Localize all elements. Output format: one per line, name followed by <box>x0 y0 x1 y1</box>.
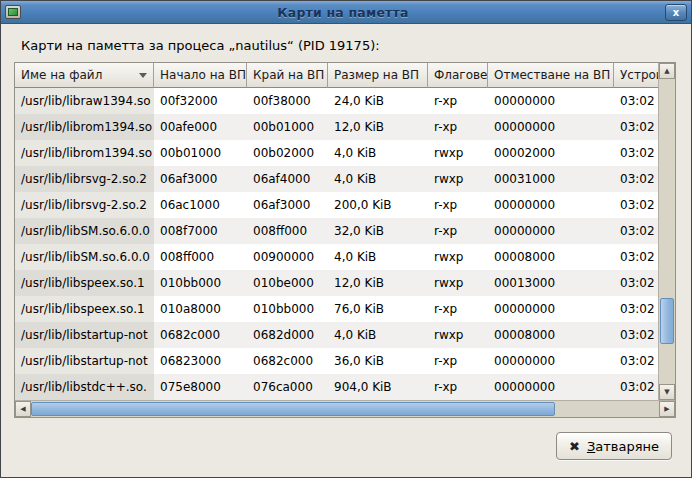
table-cell: r-xp <box>428 218 488 244</box>
scroll-up-icon[interactable]: ▲ <box>659 63 675 79</box>
table-cell: r-xp <box>428 88 488 114</box>
table-cell: /usr/lib/librsvg-2.so.2 <box>15 192 154 218</box>
table-cell: 36,0 KiB <box>328 348 428 374</box>
table-cell: /usr/lib/libstartup-not <box>15 322 154 348</box>
table-cell: rwxp <box>428 244 488 270</box>
table-cell: 0682c000 <box>247 348 328 374</box>
table-cell: 008ff000 <box>154 244 247 270</box>
table-cell: 24,0 KiB <box>328 88 428 114</box>
column-header[interactable]: Име на файл <box>15 63 154 88</box>
table-cell: 06823000 <box>154 348 247 374</box>
column-header-label: Край на ВП <box>253 68 324 82</box>
table-cell: 008ff000 <box>247 218 328 244</box>
table-cell: /usr/lib/libspeex.so.1 <box>15 296 154 322</box>
table-cell: 00000000 <box>488 114 614 140</box>
table-cell: r-xp <box>428 374 488 400</box>
table-cell: 00f32000 <box>154 88 247 114</box>
table-cell: 03:02 <box>614 218 658 244</box>
table-cell: 00000000 <box>488 88 614 114</box>
table-header-row: Име на файлНачало на ВПКрай на ВПРазмер … <box>15 63 658 88</box>
table-body: /usr/lib/libraw1394.so00f3200000f3800024… <box>15 88 658 400</box>
horizontal-scroll-thumb[interactable] <box>31 402 555 416</box>
table-cell: 076ca000 <box>247 374 328 400</box>
table-cell: rwxp <box>428 270 488 296</box>
table-cell: 32,0 KiB <box>328 218 428 244</box>
table-cell: 03:02 <box>614 192 658 218</box>
table-cell: 00b01000 <box>247 114 328 140</box>
table-cell: r-xp <box>428 296 488 322</box>
table-cell: 00b01000 <box>154 140 247 166</box>
table-cell: 00000000 <box>488 192 614 218</box>
scroll-left-icon[interactable]: ◀ <box>15 401 31 417</box>
memory-maps-table: Име на файлНачало на ВПКрай на ВПРазмер … <box>15 63 658 400</box>
table-cell: r-xp <box>428 348 488 374</box>
table-cell: 008f7000 <box>154 218 247 244</box>
table-row[interactable]: /usr/lib/libstartup-not0682c0000682d0004… <box>15 322 658 348</box>
table-cell: 76,0 KiB <box>328 296 428 322</box>
column-header[interactable]: Устройство <box>614 63 658 88</box>
column-header[interactable]: Край на ВП <box>247 63 328 88</box>
table-cell: 200,0 KiB <box>328 192 428 218</box>
close-button[interactable]: ✖ Затваряне <box>556 432 672 460</box>
window-title: Карти на паметта <box>21 5 665 20</box>
table-cell: /usr/lib/librom1394.so <box>15 140 154 166</box>
table-row[interactable]: /usr/lib/libstartup-not068230000682c0003… <box>15 348 658 374</box>
table-row[interactable]: /usr/lib/libspeex.so.1010a8000010bb00076… <box>15 296 658 322</box>
table-row[interactable]: /usr/lib/libraw1394.so00f3200000f3800024… <box>15 88 658 114</box>
table-cell: r-xp <box>428 114 488 140</box>
vertical-scroll-thumb[interactable] <box>660 298 674 344</box>
horizontal-scroll-track[interactable] <box>31 401 659 417</box>
table-cell: /usr/lib/librom1394.so <box>15 114 154 140</box>
scroll-down-icon[interactable]: ▼ <box>659 384 675 400</box>
table-cell: r-xp <box>428 192 488 218</box>
table-cell: 00f38000 <box>247 88 328 114</box>
monitor-screen-icon <box>8 8 18 16</box>
table-cell: 00031000 <box>488 166 614 192</box>
table-row[interactable]: /usr/lib/librsvg-2.so.206ac100006af30002… <box>15 192 658 218</box>
column-header[interactable]: Отместване на ВП <box>488 63 614 88</box>
table-cell: 03:02 <box>614 88 658 114</box>
column-header-label: Размер на ВП <box>334 68 419 82</box>
column-header[interactable]: Размер на ВП <box>328 63 428 88</box>
table-cell: 03:02 <box>614 348 658 374</box>
titlebar[interactable]: Карти на паметта x <box>1 1 691 24</box>
table-cell: 00000000 <box>488 218 614 244</box>
system-monitor-icon[interactable] <box>5 5 21 19</box>
table-cell: 03:02 <box>614 166 658 192</box>
table-row[interactable]: /usr/lib/librom1394.so00b0100000b020004,… <box>15 140 658 166</box>
column-header[interactable]: Начало на ВП <box>154 63 247 88</box>
table-row[interactable]: /usr/lib/libSM.so.6.0.0008f7000008ff0003… <box>15 218 658 244</box>
scroll-right-icon[interactable]: ▶ <box>659 401 675 417</box>
table-row[interactable]: /usr/lib/libstdc++.so.075e8000076ca00090… <box>15 374 658 400</box>
memory-maps-dialog: Карти на паметта x Карти на паметта за п… <box>0 0 692 478</box>
table-cell: /usr/lib/libSM.so.6.0.0 <box>15 218 154 244</box>
table-cell: 03:02 <box>614 374 658 400</box>
table-cell: 075e8000 <box>154 374 247 400</box>
table-cell: 06af3000 <box>247 192 328 218</box>
table-row[interactable]: /usr/lib/librsvg-2.so.206af300006af40004… <box>15 166 658 192</box>
table-cell: rwxp <box>428 166 488 192</box>
table-cell: 0682d000 <box>247 322 328 348</box>
table-cell: 00013000 <box>488 270 614 296</box>
table-cell: /usr/lib/libSM.so.6.0.0 <box>15 244 154 270</box>
table-cell: /usr/lib/libraw1394.so <box>15 88 154 114</box>
vertical-scroll-track[interactable] <box>659 79 675 384</box>
window-close-button[interactable]: x <box>665 4 687 21</box>
table-cell: 4,0 KiB <box>328 140 428 166</box>
vertical-scrollbar[interactable]: ▲ ▼ <box>658 63 675 400</box>
table-row[interactable]: /usr/lib/libSM.so.6.0.0008ff000009000004… <box>15 244 658 270</box>
table-cell: /usr/lib/libspeex.so.1 <box>15 270 154 296</box>
table-cell: 00000000 <box>488 296 614 322</box>
column-header-label: Отместване на ВП <box>494 68 610 82</box>
column-header[interactable]: Флагове <box>428 63 488 88</box>
table-row[interactable]: /usr/lib/libspeex.so.1010bb000010be00012… <box>15 270 658 296</box>
column-header-label: Начало на ВП <box>160 68 246 82</box>
table-row[interactable]: /usr/lib/librom1394.so00afe00000b0100012… <box>15 114 658 140</box>
table-cell: 4,0 KiB <box>328 244 428 270</box>
table-cell: 06af4000 <box>247 166 328 192</box>
horizontal-scrollbar[interactable]: ◀ ▶ <box>15 400 675 417</box>
close-button-label: Затваряне <box>587 439 659 454</box>
sort-descending-icon <box>139 73 147 78</box>
table-cell: 12,0 KiB <box>328 114 428 140</box>
table-cell: rwxp <box>428 322 488 348</box>
